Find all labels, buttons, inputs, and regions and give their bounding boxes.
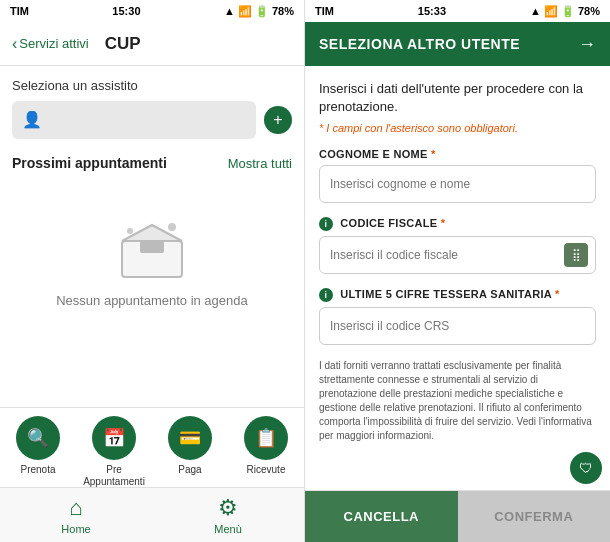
empty-appointments-text: Nessun appuntamento in agenda: [56, 293, 248, 308]
ricevute-icon: 📋: [244, 416, 288, 460]
prenota-icon: 🔍: [16, 416, 60, 460]
right-panel: TIM 15:33 ▲ 📶 🔋 78% SELEZIONA ALTRO UTEN…: [305, 0, 610, 542]
time-left: 15:30: [112, 5, 140, 17]
nav-item-pre-appuntamenti[interactable]: 📅 PreAppuntamenti: [76, 416, 152, 488]
field-label-cognome-nome: COGNOME E NOME *: [319, 148, 596, 160]
page-title: CUP: [105, 34, 141, 54]
bottom-nav: 🔍 Prenota 📅 PreAppuntamenti 💳 Paga 📋 Ric…: [0, 407, 304, 487]
field-label-tessera: i ULTIME 5 CIFRE TESSERA SANITARIA *: [319, 288, 596, 302]
barcode-icon: ⣿: [564, 243, 588, 267]
person-icon: 👤: [22, 110, 42, 130]
tab-home[interactable]: ⌂ Home: [0, 495, 152, 535]
field-label-codice-fiscale: i CODICE FISCALE *: [319, 217, 596, 231]
right-header-title: SELEZIONA ALTRO UTENTE: [319, 36, 520, 52]
nav-item-ricevute[interactable]: 📋 Ricevute: [228, 416, 304, 476]
svg-rect-3: [140, 241, 164, 253]
field-group-codice-fiscale: i CODICE FISCALE * ⣿: [319, 217, 596, 274]
back-label: Servizi attivi: [19, 36, 88, 51]
required-note: * I campi con l'asterisco sono obbligato…: [319, 122, 596, 134]
svg-point-5: [127, 228, 133, 234]
right-footer: CANCELLA CONFERMA: [305, 490, 610, 542]
time-right: 15:33: [418, 5, 446, 17]
show-all-link[interactable]: Mostra tutti: [228, 156, 292, 171]
add-icon: +: [273, 111, 282, 129]
content-area-left: Seleziona un assistito 👤 + Prossimi appu…: [0, 66, 304, 407]
nav-item-paga[interactable]: 💳 Paga: [152, 416, 228, 476]
carrier-left: TIM: [10, 5, 29, 17]
appointments-title: Prossimi appuntamenti: [12, 155, 167, 171]
battery-left: ▲ 📶 🔋 78%: [224, 5, 294, 18]
pre-appuntamenti-icon: 📅: [92, 416, 136, 460]
battery-right: ▲ 📶 🔋 78%: [530, 5, 600, 18]
back-chevron-icon: ‹: [12, 35, 17, 53]
home-label: Home: [61, 523, 90, 535]
status-bar-left: TIM 15:30 ▲ 📶 🔋 78%: [0, 0, 304, 22]
menu-label: Menù: [214, 523, 242, 535]
info-icon-cf: i: [319, 217, 333, 231]
required-star-ts: *: [555, 288, 560, 300]
tab-bar-left: ⌂ Home ⚙ Menù: [0, 487, 304, 542]
cognome-nome-input[interactable]: [319, 165, 596, 203]
select-assistito-label: Seleziona un assistito: [12, 78, 292, 93]
paga-icon: 💳: [168, 416, 212, 460]
cancel-button[interactable]: CANCELLA: [305, 491, 458, 542]
assistito-row: 👤 +: [12, 101, 292, 139]
confirm-button[interactable]: CONFERMA: [458, 491, 611, 542]
left-panel: TIM 15:30 ▲ 📶 🔋 78% ‹ Servizi attivi CUP…: [0, 0, 305, 542]
assistito-input[interactable]: 👤: [12, 101, 256, 139]
codice-fiscale-input[interactable]: [319, 236, 596, 274]
menu-icon: ⚙: [218, 495, 238, 521]
status-bar-right: TIM 15:33 ▲ 📶 🔋 78%: [305, 0, 610, 22]
description-text: Inserisci i dati dell'utente per procede…: [319, 80, 596, 116]
empty-box-icon: [112, 213, 192, 283]
field-group-cognome-nome: COGNOME E NOME *: [319, 148, 596, 203]
tessera-sanitaria-input[interactable]: [319, 307, 596, 345]
ricevute-label: Ricevute: [247, 464, 286, 476]
codice-fiscale-input-row: ⣿: [319, 236, 596, 274]
svg-point-4: [168, 223, 176, 231]
appointments-header: Prossimi appuntamenti Mostra tutti: [12, 155, 292, 171]
paga-label: Paga: [178, 464, 201, 476]
empty-state: Nessun appuntamento in agenda: [12, 183, 292, 328]
nav-item-prenota[interactable]: 🔍 Prenota: [0, 416, 76, 476]
required-star-cognome: *: [431, 148, 436, 160]
info-icon-ts: i: [319, 288, 333, 302]
shield-badge: 🛡: [570, 452, 602, 484]
add-person-button[interactable]: +: [264, 106, 292, 134]
pre-appuntamenti-label: PreAppuntamenti: [83, 464, 145, 488]
privacy-text: I dati forniti verranno trattati esclusi…: [319, 359, 596, 443]
tab-menu[interactable]: ⚙ Menù: [152, 495, 304, 535]
right-content: Inserisci i dati dell'utente per procede…: [305, 66, 610, 490]
nav-bar-left: ‹ Servizi attivi CUP: [0, 22, 304, 66]
header-back-arrow[interactable]: →: [578, 34, 596, 55]
prenota-label: Prenota: [20, 464, 55, 476]
back-button[interactable]: ‹ Servizi attivi: [12, 35, 89, 53]
field-group-tessera: i ULTIME 5 CIFRE TESSERA SANITARIA *: [319, 288, 596, 345]
carrier-right: TIM: [315, 5, 334, 17]
home-icon: ⌂: [69, 495, 82, 521]
right-header: SELEZIONA ALTRO UTENTE →: [305, 22, 610, 66]
required-star-cf: *: [441, 217, 446, 229]
